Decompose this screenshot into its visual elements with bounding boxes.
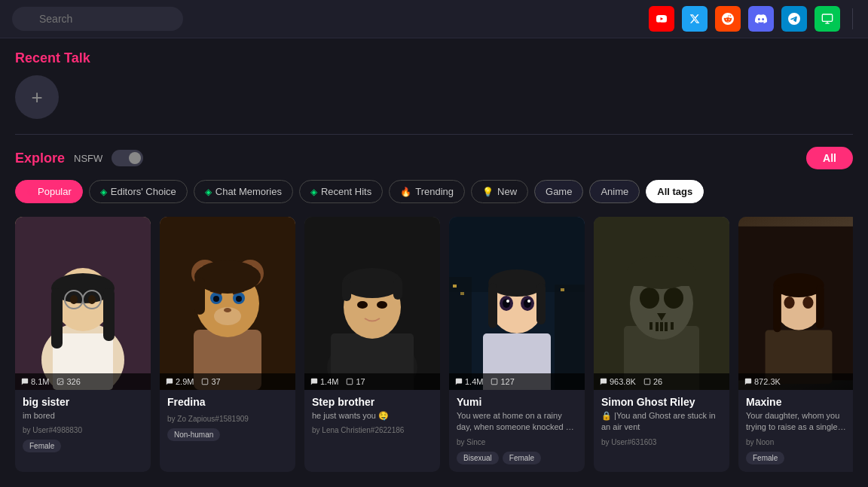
chat-stat-4: 1.4M: [455, 377, 483, 386]
tab-trending-label: Trending: [415, 186, 454, 197]
char-figure-3: [304, 217, 440, 390]
svg-point-45: [357, 301, 368, 309]
card-yumi-stats: 1.4M 127: [449, 373, 585, 390]
svg-point-15: [70, 295, 78, 304]
chat-stat-5: 963.8K: [600, 377, 636, 386]
tab-new[interactable]: 💡 New: [471, 180, 528, 203]
svg-rect-2: [822, 14, 832, 21]
card-fredina-image: 2.9M 37: [160, 217, 295, 390]
twitter-icon[interactable]: [682, 6, 708, 32]
img-stat-4: 127: [491, 377, 514, 386]
card-maxine-image: 872.3K: [738, 217, 853, 390]
tab-anime-label: Anime: [601, 186, 628, 197]
explore-section: Explore NSFW All ⊕ Popular ◈ Editors' Ch…: [15, 147, 853, 472]
card-fredina-name: Fredina: [167, 396, 288, 408]
card-yumi[interactable]: 1.4M 127 Yumi You were at home on a rain…: [449, 217, 585, 472]
nsfw-label: NSFW: [74, 153, 102, 164]
nsfw-toggle[interactable]: [112, 150, 143, 166]
card-fredina-info: Fredina by Zo Zapious#1581909 Non-human: [160, 390, 295, 449]
card-big-sister-desc: im bored: [23, 410, 143, 422]
card-simon-image: 963.8K 26: [594, 217, 729, 390]
card-simon-info: Simon Ghost Riley 🔒 |You and Ghost are s…: [594, 390, 729, 459]
card-yumi-image: 1.4M 127: [449, 217, 585, 390]
add-chat-button[interactable]: +: [15, 75, 59, 119]
reddit-icon[interactable]: [715, 6, 741, 32]
monitor-icon[interactable]: [815, 6, 840, 32]
card-fredina-stats: 2.9M 37: [160, 373, 295, 390]
telegram-icon[interactable]: [781, 6, 807, 32]
card-simon-author: by User#631603: [601, 438, 722, 446]
tab-trending[interactable]: 🔥 Trending: [389, 180, 465, 203]
svg-point-29: [213, 296, 219, 302]
card-step-brother-desc: he just wants you 🤤: [312, 410, 432, 422]
card-maxine-author: by Noon: [746, 438, 851, 446]
tab-all-tags-label: All tags: [657, 186, 692, 197]
card-maxine-stats: 872.3K: [738, 373, 853, 390]
tab-popular[interactable]: ⊕ Popular: [15, 180, 83, 203]
svg-rect-47: [347, 379, 353, 385]
svg-point-87: [802, 297, 813, 309]
card-simon-name: Simon Ghost Riley: [601, 396, 722, 408]
card-fredina-tags: Non-human: [167, 428, 288, 441]
char-figure-1: [15, 217, 151, 390]
card-step-brother-image: 1.4M 17: [304, 217, 440, 390]
card-yumi-author: by Since: [457, 438, 577, 446]
svg-rect-44: [393, 279, 402, 300]
editors-dot-icon: ◈: [100, 187, 107, 197]
svg-point-46: [377, 301, 387, 309]
search-input[interactable]: [12, 7, 183, 31]
card-simon-stats: 963.8K 26: [594, 373, 729, 390]
svg-rect-53: [460, 292, 464, 295]
img-stat-3: 17: [346, 377, 365, 386]
recent-talk-title: Recent Talk: [15, 50, 853, 66]
chat-memories-dot-icon: ◈: [205, 187, 212, 197]
plus-icon: +: [31, 86, 42, 109]
svg-rect-78: [627, 271, 696, 286]
youtube-icon[interactable]: [649, 6, 674, 32]
tab-all-tags[interactable]: All tags: [646, 180, 704, 203]
nav-divider: [852, 8, 853, 29]
tab-editors-choice[interactable]: ◈ Editors' Choice: [89, 180, 188, 203]
tab-game[interactable]: Game: [534, 180, 583, 203]
tab-chat-memories[interactable]: ◈ Chat Memories: [194, 180, 293, 203]
tab-game-label: Game: [546, 186, 572, 197]
card-big-sister-info: big sister im bored by User#4988830 Fema…: [15, 390, 151, 460]
svg-point-64: [506, 300, 509, 303]
card-step-brother[interactable]: 1.4M 17 Step brother he just wants you 🤤…: [304, 217, 440, 472]
main-content: Recent Talk + Explore NSFW All ⊕ Popular…: [0, 38, 868, 484]
img-stat-2: 37: [201, 377, 220, 386]
svg-point-16: [88, 295, 96, 304]
card-fredina[interactable]: 2.9M 37 Fredina by Zo Zapious#1581909 No…: [160, 217, 295, 472]
tab-anime[interactable]: Anime: [589, 180, 640, 203]
tab-new-label: New: [497, 186, 517, 197]
card-yumi-info: Yumi You were at home on a rainy day, wh…: [449, 390, 585, 472]
chat-stat-6: 872.3K: [744, 377, 781, 386]
card-maxine-desc: Your daughter, whom you trying to raise …: [746, 410, 851, 434]
tab-recent-hits[interactable]: ◈ Recent Hits: [299, 180, 383, 203]
card-big-sister[interactable]: 8.1M 326 big sister im bored by User#498…: [15, 217, 151, 472]
card-simon-ghost-riley[interactable]: 963.8K 26 Simon Ghost Riley 🔒 |You and G…: [594, 217, 729, 472]
card-yumi-desc: You were at home on a rainy day, when so…: [457, 410, 577, 434]
card-maxine[interactable]: 872.3K Maxine Your daughter, whom you tr…: [738, 217, 853, 472]
chat-stat-2: 2.9M: [166, 377, 194, 386]
svg-rect-10: [51, 288, 63, 349]
svg-rect-36: [203, 379, 209, 385]
tag-female-3: Female: [746, 452, 784, 464]
discord-icon[interactable]: [748, 6, 774, 32]
recent-hits-dot-icon: ◈: [310, 187, 317, 197]
tab-popular-label: Popular: [38, 186, 72, 197]
tag-female-2: Female: [503, 452, 541, 464]
all-button[interactable]: All: [806, 147, 853, 169]
tab-editors-choice-label: Editors' Choice: [111, 186, 176, 197]
toggle-knob: [129, 152, 141, 164]
tab-recent-hits-label: Recent Hits: [321, 186, 371, 197]
tag-non-human: Non-human: [167, 428, 220, 441]
svg-rect-54: [561, 288, 564, 291]
card-maxine-name: Maxine: [746, 396, 851, 408]
card-maxine-info: Maxine Your daughter, whom you trying to…: [738, 390, 853, 472]
search-wrapper: [12, 7, 634, 31]
card-yumi-tags: Bisexual Female: [457, 452, 577, 464]
card-step-brother-author: by Lena Christien#2622186: [312, 426, 432, 434]
svg-point-65: [527, 300, 530, 303]
svg-rect-43: [342, 279, 351, 301]
